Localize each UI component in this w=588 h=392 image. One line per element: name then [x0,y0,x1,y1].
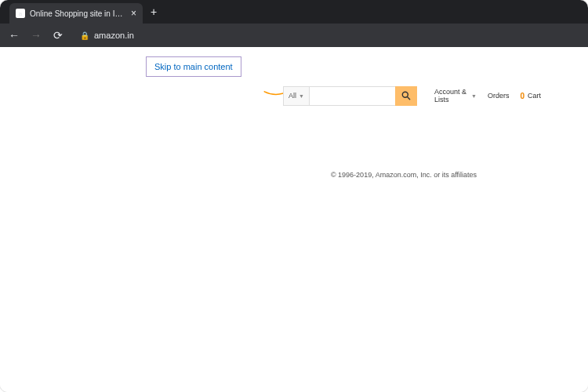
chevron-down-icon: ▼ [299,93,304,99]
cart-label: Cart [528,92,541,100]
chevron-down-icon: ▼ [471,93,477,99]
close-icon[interactable]: × [131,8,136,19]
search-input[interactable] [309,86,395,106]
lock-icon: 🔒 [80,31,89,40]
search-bar: All ▼ [283,86,417,106]
orders-label: Orders [488,92,510,100]
tab-title: Online Shopping site in India: Shop [30,9,126,18]
orders-link[interactable]: Orders [488,92,510,100]
cart-count: 0 [520,92,524,100]
search-category-select[interactable]: All ▼ [283,86,309,106]
footer-copyright: © 1996-2019, Amazon.com, Inc. or its aff… [0,171,588,179]
category-label: All [289,92,296,100]
new-tab-button[interactable]: + [143,5,165,18]
skip-to-main-link[interactable]: Skip to main content [146,56,241,77]
header-nav: Account & Lists ▼ Orders 0 Cart [434,88,541,103]
address-bar[interactable]: 🔒 amazon.in [80,31,134,40]
cart-link[interactable]: 0 Cart [520,92,541,100]
reload-button[interactable]: ⟳ [52,29,64,42]
account-label: Account & Lists [434,88,469,103]
forward-button[interactable]: → [30,29,42,42]
back-button[interactable]: ← [8,29,20,42]
site-header: All ▼ Account & Lists ▼ Orders 0 Cart [263,85,541,107]
search-button[interactable] [395,86,417,106]
page-content: Skip to main content All ▼ Account & Lis… [0,47,588,392]
search-icon [401,90,412,101]
browser-tab-strip: a Online Shopping site in India: Shop × … [0,0,588,24]
browser-tab[interactable]: a Online Shopping site in India: Shop × [9,3,143,24]
tab-favicon: a [16,9,25,18]
url-text: amazon.in [94,31,134,40]
browser-toolbar: ← → ⟳ 🔒 amazon.in [0,24,588,47]
account-lists-link[interactable]: Account & Lists ▼ [434,88,477,103]
svg-line-1 [408,97,410,100]
